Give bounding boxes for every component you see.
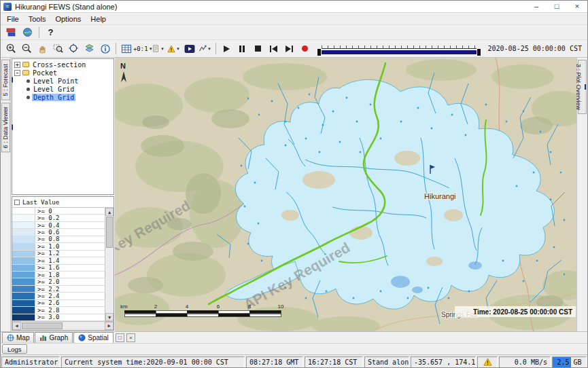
legend-horizontal-scrollbar[interactable]: ◀ ▶ — [12, 321, 114, 330]
expand-icon[interactable]: + — [14, 62, 20, 68]
menu-options[interactable]: Options — [50, 14, 86, 24]
legend-color-swatch — [12, 272, 35, 278]
status-warning-cell[interactable] — [477, 356, 498, 368]
menu-help[interactable]: Help — [86, 14, 111, 24]
menu-file[interactable]: File — [2, 14, 24, 24]
tab-map[interactable]: Map — [2, 332, 34, 343]
animation-display-icon — [184, 44, 195, 54]
dock-tab-plot-overview[interactable]: 3 : Plot Overview — [578, 60, 587, 114]
node-bullet-icon — [27, 88, 30, 91]
zoom-window-button[interactable] — [51, 41, 65, 56]
legend-color-swatch — [12, 251, 35, 257]
info-button[interactable] — [98, 41, 112, 56]
step-back-button[interactable] — [266, 41, 281, 56]
scrollbar-thumb[interactable] — [106, 217, 113, 248]
scroll-up-icon[interactable]: ▲ — [105, 208, 114, 216]
tab-graph[interactable]: Graph — [35, 332, 73, 343]
step-forward-icon — [286, 45, 293, 52]
tree-item-level-point[interactable]: Level Point — [12, 77, 114, 85]
database-button[interactable] — [4, 25, 18, 39]
step-forward-button[interactable] — [282, 41, 296, 56]
legend-label: >= 1.0 — [35, 243, 60, 249]
play-button[interactable] — [220, 41, 234, 56]
scrollbar-thumb[interactable] — [22, 323, 63, 329]
legend-header: Last Value — [12, 197, 114, 207]
record-button[interactable] — [298, 41, 312, 56]
dock-tab-forecast[interactable]: 5 : Forecast — [1, 60, 10, 100]
map-view[interactable]: API Key Required API Key Required Hikura… — [115, 58, 576, 331]
timeline-end-handle[interactable] — [477, 49, 481, 56]
timeline-slider[interactable] — [317, 42, 481, 56]
zoom-in-button[interactable] — [4, 41, 18, 56]
grid-display-button[interactable] — [119, 41, 133, 56]
chevron-down-icon: ▼ — [176, 47, 180, 51]
legend-label: >= 2.2 — [35, 286, 60, 292]
help-button[interactable]: ? — [44, 25, 58, 39]
legend-label: >= 1.4 — [35, 257, 60, 263]
legend-label: >= 1.6 — [35, 265, 60, 271]
legend-color-swatch — [12, 286, 35, 292]
view-tabbar: Map Graph Spatial □ × — [1, 331, 587, 343]
legend-vertical-scrollbar[interactable]: ▲ ▼ — [105, 208, 114, 321]
map-canvas[interactable]: API Key Required API Key Required Hikura… — [115, 58, 576, 331]
collapse-icon[interactable]: - — [14, 70, 20, 76]
map-time-label: Time: 2020-08-25 00:00:00 CST — [455, 306, 576, 317]
status-cst-time: 16:27:18 CST — [305, 356, 363, 368]
panel-maximize-icon[interactable]: □ — [116, 333, 124, 342]
legend-color-swatch — [12, 307, 35, 313]
legend-color-swatch — [12, 222, 35, 228]
profile-tool-button[interactable]: ▼ — [198, 41, 212, 56]
scrollbar-track[interactable] — [105, 249, 114, 313]
zoom-extent-icon — [68, 43, 80, 54]
pan-button[interactable] — [35, 41, 50, 56]
layers-icon — [84, 43, 95, 54]
pause-icon — [239, 45, 245, 52]
legend-row: >= 2.6 — [12, 300, 105, 307]
legend-color-swatch — [12, 243, 35, 249]
current-datetime-label: 2020-08-25 00:00:00 CST — [486, 45, 584, 52]
database-icon — [6, 27, 16, 37]
legend-label: >= 2.8 — [35, 307, 60, 313]
tab-label: Spatial — [88, 334, 109, 342]
pause-button[interactable] — [235, 41, 249, 56]
menu-tools[interactable]: Tools — [24, 14, 51, 24]
tree-item-pocket[interactable]: -Pocket — [12, 69, 114, 77]
panel-close-icon[interactable]: × — [126, 333, 135, 342]
maximize-button[interactable]: □ — [547, 1, 567, 13]
scrollbar-track[interactable] — [63, 322, 105, 330]
layer-tree[interactable]: +Cross-section-PocketLevel PointLevel Gr… — [12, 58, 114, 195]
minimize-button[interactable]: – — [526, 1, 547, 13]
help-icon: ? — [48, 27, 54, 37]
scale-tick-label: 8 — [248, 303, 252, 310]
stop-button[interactable] — [251, 41, 265, 56]
tree-item-depth-grid[interactable]: Depth Grid — [12, 93, 114, 101]
scale-unit-label: km — [120, 303, 128, 310]
scroll-down-icon[interactable]: ▼ — [105, 313, 114, 321]
dock-tab-data-viewer[interactable]: 6 : Data Viewer — [1, 103, 10, 152]
tree-item-label: Level Grid — [32, 86, 75, 93]
animation-display-button[interactable] — [182, 41, 196, 56]
interval-combo[interactable]: +0:1 ▼ — [135, 41, 150, 56]
warning-menu-button[interactable]: ▼ — [167, 41, 181, 56]
zoom-out-button[interactable] — [20, 41, 34, 56]
legend-color-swatch — [12, 278, 35, 284]
scalebar-menu-button[interactable]: ▼ — [151, 41, 165, 56]
zoom-extent-button[interactable] — [67, 41, 81, 56]
timeline-start-handle[interactable] — [317, 49, 321, 56]
window-title: Hikurangi FEWS (Stand alone) — [15, 3, 526, 11]
tree-item-level-grid[interactable]: Level Grid — [12, 85, 114, 93]
logs-button[interactable]: Logs — [2, 344, 27, 354]
explorer-button[interactable] — [20, 25, 35, 39]
close-button[interactable]: × — [567, 1, 587, 13]
timeline-range-bar[interactable] — [322, 50, 477, 54]
node-bullet-icon — [27, 79, 30, 83]
last-value-checkbox[interactable] — [14, 200, 20, 205]
zoom-window-icon — [52, 43, 64, 54]
tree-item-cross-section[interactable]: +Cross-section — [12, 60, 114, 69]
scroll-left-icon[interactable]: ◀ — [12, 322, 21, 330]
legend-label: >= 0.2 — [35, 215, 60, 221]
tree-item-label: Pocket — [31, 69, 58, 77]
layers-button[interactable] — [82, 41, 97, 56]
tab-spatial[interactable]: Spatial — [73, 332, 114, 343]
scroll-right-icon[interactable]: ▶ — [105, 322, 114, 330]
